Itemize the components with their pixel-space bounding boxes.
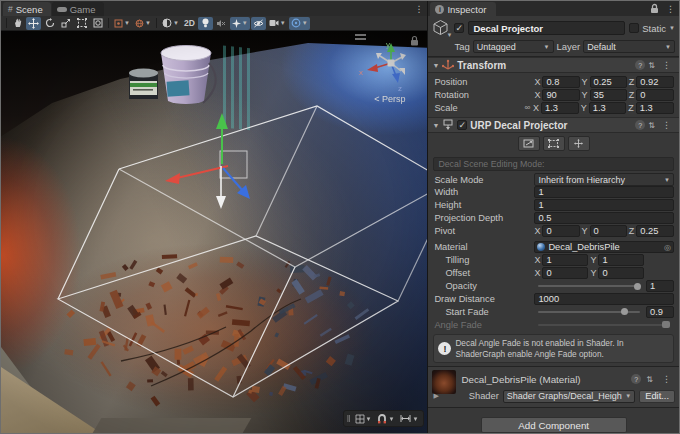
pivot-x-field[interactable]: 0 bbox=[542, 225, 579, 237]
gizmo-center-cube[interactable] bbox=[388, 60, 395, 67]
material-object-field[interactable]: Decal_DebrisPile ◎ bbox=[534, 241, 674, 253]
grid-visibility-button[interactable]: ▼ bbox=[353, 412, 374, 425]
audio-toggle-button[interactable] bbox=[214, 17, 229, 30]
pivot-edit-mode-button[interactable] bbox=[568, 136, 590, 151]
move-tool-button[interactable] bbox=[26, 17, 41, 30]
tilling-y-field[interactable]: 1 bbox=[598, 254, 644, 266]
presets-icon[interactable]: ⇅ bbox=[648, 121, 655, 130]
scale-mode-dropdown[interactable]: Inherit from Hierarchy ▼ bbox=[534, 173, 674, 186]
height-field[interactable]: 1 bbox=[534, 199, 674, 211]
start-fade-slider-knob[interactable] bbox=[621, 308, 628, 315]
gizmo-lock-icon[interactable] bbox=[411, 37, 418, 46]
rotate-tool-button[interactable] bbox=[42, 17, 57, 30]
rotation-x-field[interactable]: 90 bbox=[542, 89, 579, 101]
gizmo-z-cone[interactable] bbox=[392, 73, 400, 83]
gameobject-active-checkbox[interactable]: ✓ bbox=[454, 23, 464, 33]
toolbar-drag-handle[interactable]: ‖ bbox=[347, 414, 350, 424]
tab-scene[interactable]: # Scene bbox=[3, 2, 51, 16]
orientation-gizmo[interactable]: y x z < Persp bbox=[359, 40, 406, 104]
angle-fade-minmax-slider[interactable] bbox=[538, 324, 670, 326]
lighting-toggle-button[interactable] bbox=[198, 17, 213, 30]
scene-menu-kebab-icon[interactable]: ⋮ bbox=[410, 2, 427, 16]
scale-tool-button[interactable] bbox=[58, 17, 73, 30]
start-fade-slider[interactable] bbox=[538, 311, 640, 313]
position-y-field[interactable]: 0.25 bbox=[590, 76, 627, 88]
gameobject-name-field[interactable]: Decal Projector bbox=[468, 21, 625, 35]
shader-dropdown[interactable]: Shader Graphs/Decal_HeightMask ▼ bbox=[503, 390, 635, 403]
component-kebab-icon[interactable]: ⋮ bbox=[658, 58, 675, 72]
shader-edit-button[interactable]: Edit... bbox=[639, 390, 675, 403]
tab-inspector[interactable]: i Inspector bbox=[430, 2, 496, 16]
scale-y-field[interactable]: 1.3 bbox=[589, 102, 627, 114]
gizmo-x-cone[interactable] bbox=[367, 64, 378, 72]
camera-settings-button[interactable]: ▼ bbox=[267, 17, 288, 30]
offset-y-field[interactable]: 0 bbox=[598, 267, 644, 279]
effects-toggle-button[interactable]: ▼ bbox=[230, 17, 250, 30]
scale-edit-mode-button[interactable] bbox=[518, 136, 540, 151]
static-caret-icon[interactable]: ▼ bbox=[669, 25, 675, 31]
inspector-menu-kebab-icon[interactable]: ⋮ bbox=[662, 2, 679, 16]
presets-icon[interactable]: ⇅ bbox=[648, 61, 655, 70]
snap-increment-button[interactable]: ▼ bbox=[375, 412, 396, 425]
scale-x-field[interactable]: 1.3 bbox=[541, 102, 579, 114]
tag-dropdown[interactable]: Untagged ▼ bbox=[473, 40, 554, 53]
projection-depth-field[interactable]: 0.5 bbox=[534, 212, 674, 224]
draw-mode-button[interactable]: ▼ bbox=[160, 17, 181, 30]
transform-tool-button[interactable] bbox=[90, 17, 105, 30]
component-kebab-icon[interactable]: ⋮ bbox=[658, 118, 675, 132]
caret-down-icon: ▼ bbox=[124, 20, 130, 26]
pivot-y-field[interactable]: 0 bbox=[590, 225, 627, 237]
constrain-proportions-icon[interactable]: ∞ bbox=[524, 103, 530, 112]
position-z-field[interactable]: 0.92 bbox=[636, 76, 674, 88]
opacity-slider[interactable] bbox=[538, 285, 640, 287]
help-icon[interactable]: ? bbox=[635, 60, 645, 70]
decal-enabled-checkbox[interactable]: ✓ bbox=[457, 120, 467, 130]
draw-distance-field[interactable]: 1000 bbox=[534, 293, 674, 305]
opacity-slider-knob[interactable] bbox=[634, 283, 641, 290]
gameobject-cube-icon[interactable]: ▼ bbox=[432, 19, 450, 37]
overlay-menu-icon[interactable] bbox=[355, 35, 366, 39]
presets-icon[interactable]: ⇅ bbox=[646, 375, 653, 384]
material-kebab-icon[interactable]: ⋮ bbox=[658, 372, 675, 386]
add-component-button[interactable]: Add Component bbox=[481, 417, 627, 433]
rect-tool-button[interactable] bbox=[74, 17, 89, 30]
gizmo-persp-label[interactable]: < Persp bbox=[374, 94, 405, 104]
transform-header[interactable]: ▼ Transform ? ⇅ ⋮ bbox=[428, 57, 679, 73]
crop-edit-mode-button[interactable] bbox=[543, 136, 565, 151]
object-picker-icon[interactable]: ◎ bbox=[664, 243, 671, 252]
z-axis-handle[interactable] bbox=[223, 168, 243, 191]
position-x-field[interactable]: 0.8 bbox=[542, 76, 579, 88]
scene-visibility-button[interactable] bbox=[251, 17, 266, 30]
move-gizmo[interactable] bbox=[165, 113, 250, 209]
layer-dropdown[interactable]: Default ▼ bbox=[583, 40, 675, 53]
gizmos-toggle-button[interactable]: ▼ bbox=[289, 17, 310, 30]
rotation-y-field[interactable]: 35 bbox=[590, 89, 627, 101]
lock-icon[interactable] bbox=[650, 3, 659, 14]
pivot-mode-button[interactable]: ▼ bbox=[112, 17, 132, 30]
pivot-rotation-button[interactable]: ▼ bbox=[133, 17, 153, 30]
width-field[interactable]: 1 bbox=[534, 186, 674, 198]
scale-z-field[interactable]: 1.3 bbox=[636, 102, 674, 114]
help-icon[interactable]: ? bbox=[635, 120, 645, 130]
offset-x-field[interactable]: 0 bbox=[542, 267, 588, 279]
start-fade-field[interactable]: 0.9 bbox=[646, 306, 674, 318]
static-checkbox[interactable] bbox=[629, 23, 639, 33]
opacity-field[interactable]: 1 bbox=[646, 280, 674, 292]
material-foldout-icon[interactable]: ▶ bbox=[433, 392, 438, 400]
caret-down-icon: ▼ bbox=[664, 177, 670, 183]
foldout-icon[interactable]: ▼ bbox=[432, 62, 439, 69]
foldout-icon[interactable]: ▼ bbox=[432, 122, 439, 129]
2d-toggle-button[interactable]: 2D bbox=[182, 17, 197, 30]
angle-fade-max-knob[interactable] bbox=[666, 321, 670, 328]
align-snap-button[interactable]: ▼ bbox=[398, 412, 420, 425]
pivot-z-field[interactable]: 0.25 bbox=[636, 225, 674, 237]
help-icon[interactable]: ? bbox=[631, 374, 641, 384]
tilling-x-field[interactable]: 1 bbox=[542, 254, 588, 266]
material-thumbnail[interactable] bbox=[432, 370, 456, 394]
decal-projector-header[interactable]: ▼ ✓ URP Decal Projector ? ⇅ ⋮ bbox=[428, 117, 679, 133]
scene-viewport[interactable]: y x z < Persp ‖ ▼ ▼ bbox=[1, 31, 427, 433]
hand-tool-button[interactable] bbox=[10, 17, 25, 30]
tab-game[interactable]: Game bbox=[52, 2, 104, 16]
rotation-z-field[interactable]: 0 bbox=[636, 89, 674, 101]
height-label: Height bbox=[434, 200, 532, 210]
